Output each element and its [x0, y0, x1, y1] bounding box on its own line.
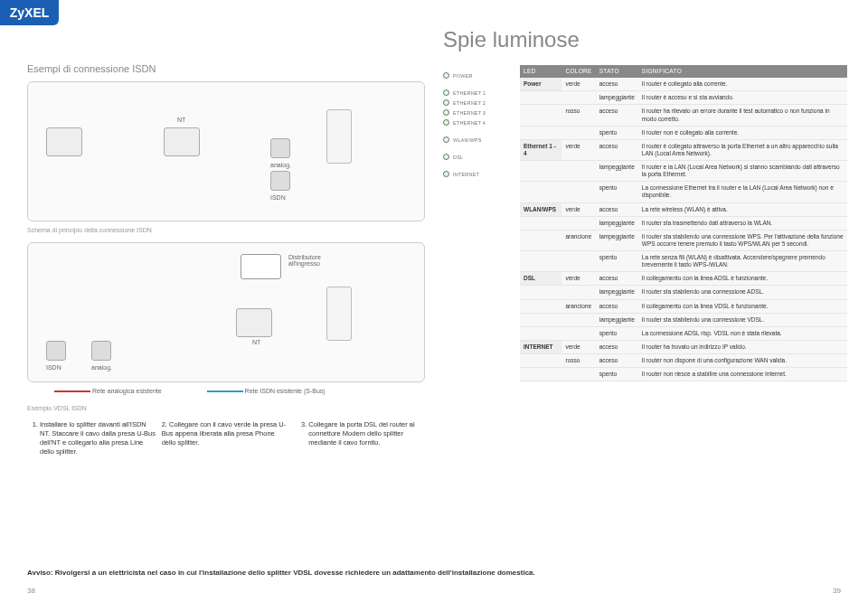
th-colore: COLORE: [561, 65, 595, 78]
cell-led: Power: [520, 78, 561, 91]
led-dot-icon: [443, 72, 449, 79]
led-eth4-label: ETHERNET 4: [453, 120, 486, 126]
cell-colore: verde: [561, 202, 595, 216]
cell-stato: acceso: [596, 105, 638, 126]
cell-stato: acceso: [596, 340, 638, 353]
led-dot-icon: [443, 89, 449, 96]
led-dsl-label: DSL: [453, 155, 463, 160]
table-row: lampeggianteIl router sta trasmettendo d…: [520, 216, 847, 230]
led-dot-icon: [443, 99, 449, 106]
led-eth1: ETHERNET 1: [443, 89, 514, 96]
cell-led: [520, 299, 561, 313]
cell-led: WLAN/WPS: [520, 202, 561, 216]
red-line-icon: [54, 390, 90, 392]
cell-colore: rosso: [561, 354, 595, 368]
led-eth2: ETHERNET 2: [443, 99, 514, 106]
cell-significato: Il router non riesce a stabilire una con…: [638, 368, 847, 381]
distributor-label: Distributore all'ingresso: [288, 254, 343, 267]
cell-significato: Il router è collegato attraverso la port…: [638, 139, 847, 160]
cell-colore: [561, 251, 595, 272]
cell-stato: lampeggiante: [596, 313, 638, 326]
cell-significato: Il router sta stabilendo una connessione…: [638, 313, 847, 326]
cell-led: DSL: [520, 272, 561, 286]
led-dot-icon: [443, 109, 449, 116]
cell-significato: La connessione ADSL risp. VDSL non è sta…: [638, 326, 847, 340]
analog-label: analog.: [270, 162, 291, 168]
cell-colore: [561, 182, 595, 202]
cell-led: [520, 91, 561, 105]
legend-isdn: Rete ISDN esistente (S-Bus): [207, 388, 326, 394]
cell-colore: verde: [561, 340, 595, 353]
cell-significato: Il router è collegato alla corrente.: [638, 78, 847, 91]
cell-stato: spento: [596, 251, 638, 272]
table-row: WLAN/WPSverdeaccesoLa rete wireless (WLA…: [520, 202, 847, 216]
page-number-left: 38: [27, 587, 35, 595]
legend-analog-text: Rete analogica esistente: [92, 388, 162, 394]
router-icon-2: [326, 287, 352, 341]
section-title: Esempi di connessione ISDN: [27, 63, 425, 74]
cell-colore: arancione: [561, 299, 595, 313]
notice-text: Avviso: Rivolgersi a un elettricista nel…: [27, 569, 535, 577]
cell-significato: Il router e la LAN (Local Area Network) …: [638, 161, 847, 182]
cell-stato: lampeggiante: [596, 161, 638, 182]
led-internet-label: INTERNET: [453, 172, 479, 177]
cell-led: [520, 126, 561, 139]
cell-led: [520, 251, 561, 272]
table-row: spentoIl router non è collegato alla cor…: [520, 126, 847, 139]
table-row: DSLverdeaccesoIl collegamento con la lin…: [520, 272, 847, 286]
table-row: spentoIl router non riesce a stabilire u…: [520, 368, 847, 381]
legend: Rete analogica esistente Rete ISDN esist…: [54, 388, 425, 394]
led-power: POWER: [443, 72, 514, 79]
cell-significato: Il collegamento con la linea VDSL è funz…: [638, 299, 847, 313]
cell-stato: acceso: [596, 299, 638, 313]
step-2: Collegare con il cavo verde la presa U-B…: [162, 420, 287, 447]
led-wlan-label: WLAN/WPS: [453, 137, 482, 143]
cell-colore: verde: [561, 272, 595, 286]
table-row: lampeggianteIl router sta stabilendo una…: [520, 313, 847, 326]
cell-stato: acceso: [596, 139, 638, 160]
phone-isdn-icon: [270, 171, 290, 191]
cell-significato: Il router ha rilevato un errore durante …: [638, 105, 847, 126]
cell-led: [520, 354, 561, 368]
diagram-isdn-schema: NT analog. ISDN: [27, 81, 425, 221]
cell-significato: Il router sta stabilendo una connessione…: [638, 230, 847, 250]
led-power-label: POWER: [453, 73, 473, 79]
table-row: arancionelampeggianteIl router sta stabi…: [520, 230, 847, 250]
table-body: PowerverdeaccesoIl router è collegato al…: [520, 78, 847, 381]
cell-stato: acceso: [596, 354, 638, 368]
led-dot-icon: [443, 171, 449, 177]
blue-line-icon: [207, 390, 243, 392]
led-dot-icon: [443, 119, 449, 126]
th-significato: SIGNIFICATO: [638, 65, 847, 78]
table-row: arancioneaccesoIl collegamento con la li…: [520, 299, 847, 313]
cell-led: [520, 230, 561, 250]
table-head: LED COLORE STATO SIGNIFICATO: [520, 65, 847, 78]
cell-led: [520, 326, 561, 340]
led-table: LED COLORE STATO SIGNIFICATO Powerverdea…: [520, 65, 847, 381]
cell-stato: acceso: [596, 202, 638, 216]
esempio-label: Esempio VDSL ISDN: [27, 405, 425, 411]
table-row: rossoaccesoIl router ha rilevato un erro…: [520, 105, 847, 126]
router-icon: [326, 109, 352, 164]
cell-led: Ethernet 1 - 4: [520, 139, 561, 160]
isdn-label: ISDN: [270, 194, 286, 201]
cell-stato: spento: [596, 182, 638, 202]
led-panel: POWER ETHERNET 1 ETHERNET 2 ETHERNET 3 E…: [443, 72, 514, 181]
led-dsl: DSL: [443, 154, 514, 160]
led-dot-icon: [443, 154, 449, 160]
cell-led: [520, 216, 561, 230]
legend-isdn-text: Rete ISDN esistente (S-Bus): [245, 388, 326, 394]
cell-colore: [561, 161, 595, 182]
cell-colore: verde: [561, 78, 595, 91]
left-column: Esempi di connessione ISDN NT analog. IS…: [27, 63, 425, 457]
table-row: lampeggianteIl router e la LAN (Local Ar…: [520, 161, 847, 182]
cell-significato: La rete wireless (WLAN) è attiva.: [638, 202, 847, 216]
isdn-label-2: ISDN: [46, 364, 61, 371]
table-row: spentoLa connessione ADSL risp. VDSL non…: [520, 326, 847, 340]
led-dot-icon: [443, 136, 449, 143]
notice: Avviso: Rivolgersi a un elettricista nel…: [27, 569, 841, 577]
led-eth3: ETHERNET 3: [443, 109, 514, 116]
cell-colore: verde: [561, 139, 595, 160]
cell-significato: Il router è acceso e si sta avviando.: [638, 91, 847, 105]
cell-led: [520, 286, 561, 299]
